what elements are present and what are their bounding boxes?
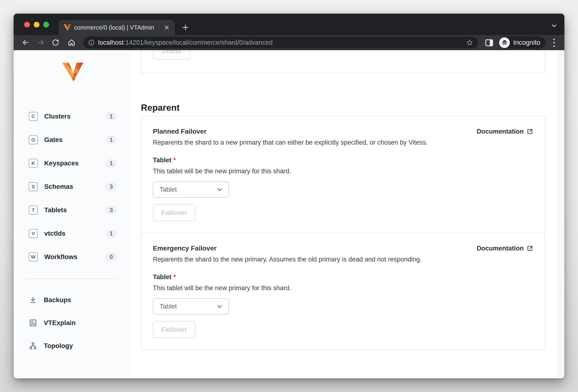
- tablet-select-value: Tablet: [160, 303, 177, 310]
- doc-check-icon: [29, 319, 37, 327]
- count-badge: 1: [105, 112, 117, 121]
- home-icon[interactable]: [67, 39, 76, 47]
- delete-button[interactable]: Delete: [153, 50, 190, 60]
- sidebar-item-label: VTExplain: [44, 319, 76, 327]
- sidebar-item-clusters[interactable]: C Clusters 1: [14, 105, 132, 128]
- documentation-link[interactable]: Documentation: [477, 127, 533, 136]
- sidebar-nav: C Clusters 1 G Gates 1 K Keyspaces 1 S S…: [14, 105, 132, 269]
- minimize-window-button[interactable]: [34, 22, 40, 28]
- reparent-card: Planned Failover Documentation: [141, 116, 545, 350]
- page-title: Reparent: [141, 103, 180, 113]
- sidebar-item-backups[interactable]: Backups: [14, 288, 132, 312]
- gates-letter-icon: G: [29, 135, 38, 144]
- sidebar-item-schemas[interactable]: S Schemas 3: [14, 175, 132, 198]
- tab-search-chevron-icon[interactable]: [550, 22, 558, 29]
- main-content: Delete Reparent Planned Failover Documen…: [132, 50, 564, 378]
- keyspaces-letter-icon: K: [29, 159, 38, 168]
- documentation-link[interactable]: Documentation: [477, 244, 533, 253]
- back-icon[interactable]: [22, 39, 30, 47]
- count-badge: 0: [105, 253, 117, 261]
- page-body: C Clusters 1 G Gates 1 K Keyspaces 1 S S…: [14, 50, 564, 378]
- forward-icon[interactable]: [37, 39, 45, 47]
- sidebar-item-vtexplain[interactable]: VTExplain: [14, 312, 132, 334]
- chevron-down-icon: [216, 186, 223, 193]
- window-controls: [24, 22, 49, 28]
- url-path: :14201/keyspace/local/commerce/shard/0/a…: [124, 39, 273, 46]
- tab-title: commerce/0 (local) | VTAdmin: [74, 24, 160, 31]
- tablet-field-label: Tablet*: [153, 273, 533, 281]
- sidebar-tools: Backups VTExplain: [14, 288, 132, 357]
- chevron-down-icon: [216, 303, 223, 310]
- sidebar-item-tablets[interactable]: T Tablets 3: [14, 198, 132, 222]
- topology-icon: [29, 342, 37, 350]
- emergency-failover-button[interactable]: Failover: [153, 321, 195, 338]
- planned-failover-button[interactable]: Failover: [153, 204, 195, 221]
- planned-failover-section: Planned Failover Documentation: [141, 117, 545, 233]
- sidebar-item-label: Schemas: [44, 183, 73, 191]
- required-asterisk: *: [173, 274, 176, 281]
- browser-toolbar: localhost:14201/keyspace/local/commerce/…: [14, 35, 564, 50]
- sidebar-item-label: Keyspaces: [44, 159, 79, 167]
- sidebar-item-label: Gates: [44, 136, 62, 144]
- vertical-scrollbar[interactable]: [557, 50, 564, 378]
- sidebar: C Clusters 1 G Gates 1 K Keyspaces 1 S S…: [14, 50, 132, 378]
- side-panel-icon[interactable]: [485, 39, 493, 47]
- clusters-letter-icon: C: [29, 112, 38, 121]
- bookmark-star-icon[interactable]: [466, 39, 473, 46]
- incognito-badge: Incognito: [498, 36, 546, 49]
- sidebar-item-label: Tablets: [44, 206, 67, 214]
- download-icon: [29, 296, 37, 304]
- tablet-field-help: This tablet will be the new primary for …: [153, 167, 533, 176]
- section-description: Reparents the shard to a new primary tha…: [153, 138, 533, 147]
- external-link-icon: [527, 128, 533, 135]
- browser-window: commerce/0 (local) | VTAdmin: [14, 14, 564, 378]
- close-tab-icon[interactable]: [164, 24, 170, 31]
- tablet-field-label: Tablet*: [153, 156, 533, 165]
- browser-tab[interactable]: commerce/0 (local) | VTAdmin: [59, 20, 175, 35]
- incognito-label: Incognito: [513, 39, 540, 46]
- address-bar[interactable]: localhost:14201/keyspace/local/commerce/…: [83, 37, 478, 48]
- sidebar-item-gates[interactable]: G Gates 1: [14, 128, 132, 152]
- new-tab-button[interactable]: [181, 23, 190, 32]
- sidebar-divider: [26, 278, 118, 279]
- required-asterisk: *: [173, 157, 176, 164]
- external-link-icon: [527, 245, 533, 252]
- section-description: Reparents the shard to the new primary. …: [153, 255, 533, 264]
- sidebar-item-workflows[interactable]: W Workflows 0: [14, 245, 132, 269]
- vtctlds-letter-icon: V: [29, 229, 38, 238]
- info-icon[interactable]: [88, 39, 95, 46]
- sidebar-item-label: Topology: [44, 342, 73, 350]
- tablet-field-help: This tablet will be the new primary for …: [153, 283, 533, 293]
- tablets-letter-icon: T: [29, 205, 38, 215]
- zoom-window-button[interactable]: [43, 22, 49, 28]
- vitess-logo[interactable]: [62, 63, 83, 81]
- vitess-favicon: [64, 24, 71, 31]
- tablet-select[interactable]: Tablet: [153, 181, 229, 198]
- sidebar-item-label: vtctlds: [44, 230, 66, 237]
- documentation-link-label: Documentation: [477, 244, 524, 253]
- sidebar-item-label: Backups: [44, 296, 71, 304]
- tablet-select-value: Tablet: [160, 186, 177, 193]
- emergency-failover-section: Emergency Failover Documentation: [141, 233, 545, 350]
- workflows-letter-icon: W: [29, 252, 38, 262]
- kebab-menu-icon[interactable]: [552, 38, 556, 47]
- documentation-link-label: Documentation: [477, 127, 524, 136]
- url-text: localhost:14201/keyspace/local/commerce/…: [98, 39, 273, 46]
- close-window-button[interactable]: [24, 22, 30, 28]
- count-badge: 3: [105, 182, 117, 191]
- count-badge: 1: [105, 136, 117, 144]
- sidebar-item-vtctlds[interactable]: V vtctlds 1: [14, 222, 132, 245]
- reload-icon[interactable]: [51, 39, 60, 47]
- tablet-select[interactable]: Tablet: [153, 298, 229, 314]
- sidebar-item-keyspaces[interactable]: K Keyspaces 1: [14, 152, 132, 175]
- sidebar-item-label: Clusters: [44, 113, 71, 120]
- sidebar-item-topology[interactable]: Topology: [14, 334, 132, 357]
- count-badge: 1: [105, 159, 117, 167]
- tab-strip: commerce/0 (local) | VTAdmin: [14, 14, 564, 35]
- delete-shard-card: Delete: [141, 50, 545, 73]
- count-badge: 3: [105, 206, 117, 214]
- incognito-icon: [499, 37, 510, 48]
- schemas-letter-icon: S: [29, 182, 38, 191]
- url-host: localhost: [98, 39, 124, 46]
- count-badge: 1: [105, 229, 117, 238]
